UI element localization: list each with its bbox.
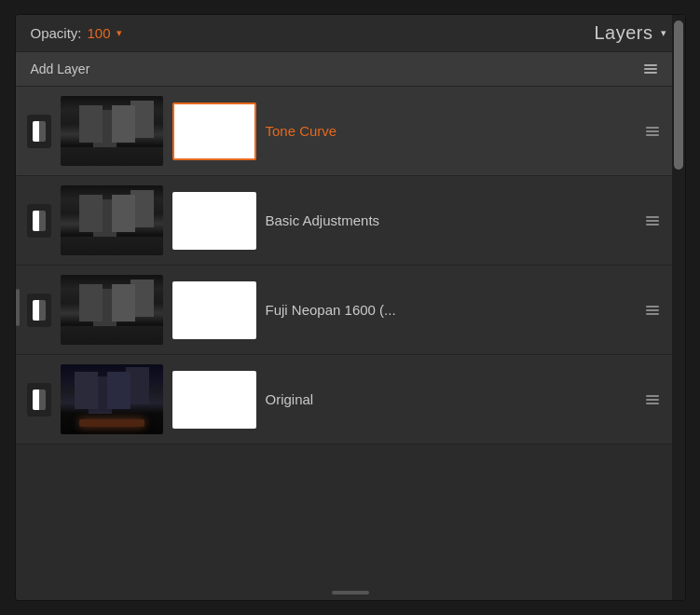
add-layer-label: Add Layer — [31, 62, 90, 76]
thumbnail-image — [61, 364, 163, 434]
thumbnail-image — [61, 96, 163, 166]
layer-thumbnail — [61, 275, 163, 345]
layer-name: Basic Adjustments — [266, 212, 633, 228]
layer-mask-thumbnail[interactable] — [172, 371, 256, 429]
toggle-icon — [33, 211, 46, 231]
opacity-section: Opacity: 100 ▾ — [31, 25, 122, 41]
layer-name: Original — [266, 391, 633, 407]
layer-row[interactable]: Original — [16, 355, 672, 444]
layer-thumbnail — [61, 185, 163, 255]
layer-visibility-toggle[interactable] — [27, 204, 51, 238]
scrollbar-track — [672, 15, 685, 600]
layer-row[interactable]: Fuji Neopan 1600 (... — [16, 266, 672, 355]
layer-menu-icon[interactable] — [642, 212, 663, 229]
layer-menu-icon[interactable] — [642, 302, 663, 319]
thumbnail-image — [61, 185, 163, 255]
toggle-icon — [33, 121, 46, 142]
layer-mask-thumbnail[interactable] — [172, 192, 256, 250]
layer-thumbnail — [61, 96, 163, 166]
layer-visibility-toggle[interactable] — [27, 115, 51, 148]
opacity-dropdown-arrow[interactable]: ▾ — [117, 27, 122, 39]
layer-mask-thumbnail[interactable] — [172, 281, 256, 339]
layers-dropdown-arrow[interactable]: ▾ — [661, 27, 666, 39]
toggle-icon — [33, 390, 46, 410]
add-layer-bar[interactable]: Add Layer — [16, 51, 672, 87]
scrollbar-thumb[interactable] — [674, 20, 683, 170]
layer-menu-icon[interactable] — [642, 123, 663, 140]
layer-row[interactable]: Basic Adjustments — [16, 176, 672, 266]
layers-panel: Opacity: 100 ▾ Layers ▾ Add Layer Tone C… — [15, 14, 686, 601]
resize-handle[interactable] — [332, 591, 369, 594]
bottom-bar — [16, 585, 685, 600]
left-scroll-indicator — [16, 289, 20, 326]
opacity-label: Opacity: — [31, 25, 82, 41]
add-layer-menu-icon[interactable] — [644, 64, 657, 74]
layer-visibility-toggle[interactable] — [27, 294, 51, 327]
layers-section: Layers ▾ — [594, 22, 666, 44]
topbar: Opacity: 100 ▾ Layers ▾ — [16, 15, 685, 51]
layer-name: Tone Curve — [266, 123, 633, 139]
thumbnail-image — [61, 275, 163, 345]
layers-title: Layers — [594, 22, 652, 44]
layer-visibility-toggle[interactable] — [27, 383, 51, 417]
layer-menu-icon[interactable] — [642, 391, 663, 408]
layer-name: Fuji Neopan 1600 (... — [266, 302, 633, 318]
layer-thumbnail — [61, 364, 163, 434]
layer-row[interactable]: Tone Curve — [16, 87, 672, 176]
layers-list: Tone Curve Basic Adjustments — [16, 87, 672, 585]
layer-mask-thumbnail[interactable] — [172, 102, 256, 160]
opacity-value[interactable]: 100 — [88, 25, 111, 41]
toggle-icon — [33, 300, 46, 321]
